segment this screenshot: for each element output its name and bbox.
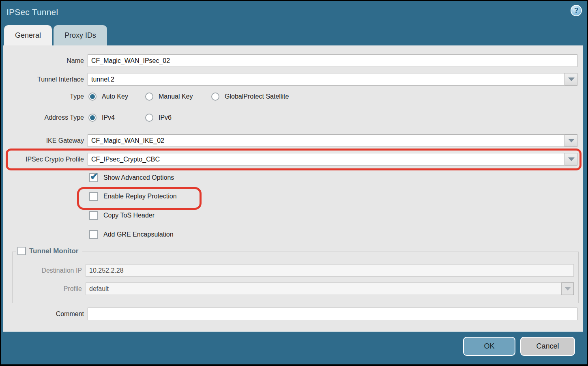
radio-manual-key-control[interactable] <box>145 93 153 101</box>
enable-replay-protection-label: Enable Replay Protection <box>103 193 177 200</box>
radio-ipv4[interactable]: IPv4 <box>88 114 145 122</box>
copy-tos-header-checkbox[interactable] <box>89 211 98 220</box>
ipsec-crypto-profile-input[interactable] <box>88 153 565 166</box>
add-gre-encapsulation-checkbox[interactable] <box>89 230 98 239</box>
checkbox-enable-replay-protection[interactable]: Enable Replay Protection <box>89 192 177 201</box>
destination-ip-label: Destination IP <box>13 264 82 277</box>
name-input[interactable] <box>88 54 577 67</box>
type-label: Type <box>3 92 84 101</box>
ike-gateway-combo <box>88 134 577 147</box>
checkbox-copy-tos-header[interactable]: Copy ToS Header <box>89 211 155 220</box>
tunnel-monitor-checkbox[interactable] <box>17 247 26 255</box>
comment-label: Comment <box>3 308 84 320</box>
dialog-footer: OK Cancel <box>1 332 587 364</box>
ike-gateway-label: IKE Gateway <box>3 134 84 147</box>
tunnel-interface-label: Tunnel Interface <box>3 73 84 86</box>
tab-proxy-ids-label: Proxy IDs <box>64 31 96 40</box>
comment-input[interactable] <box>88 308 577 320</box>
radio-ipv4-control[interactable] <box>88 114 97 122</box>
address-type-radio-group: IPv4 IPv6 <box>88 113 172 123</box>
chevron-down-icon <box>564 287 571 291</box>
dialog-title: IPSec Tunnel <box>6 7 58 17</box>
type-radio-group: Auto Key Manual Key GlobalProtect Satell… <box>88 92 289 101</box>
radio-ipv6[interactable]: IPv6 <box>145 114 172 122</box>
checkbox-add-gre-encapsulation[interactable]: Add GRE Encapsulation <box>89 230 174 239</box>
general-tab-panel: Name Tunnel Interface Type Auto Key Manu… <box>3 45 583 332</box>
radio-manual-key-label: Manual Key <box>159 93 193 100</box>
chevron-down-icon <box>568 157 575 161</box>
tunnel-monitor-label: Tunnel Monitor <box>29 247 79 255</box>
ipsec-crypto-profile-label: IPSec Crypto Profile <box>3 153 84 166</box>
radio-ipv4-label: IPv4 <box>102 114 115 121</box>
tunnel-interface-combo <box>88 73 577 86</box>
radio-manual-key[interactable]: Manual Key <box>145 93 211 101</box>
radio-globalprotect-satellite-label: GlobalProtect Satellite <box>225 93 289 100</box>
copy-tos-header-label: Copy ToS Header <box>103 212 155 219</box>
radio-globalprotect-satellite-control[interactable] <box>211 93 219 101</box>
cancel-button[interactable]: Cancel <box>520 337 575 356</box>
add-gre-encapsulation-label: Add GRE Encapsulation <box>103 231 174 238</box>
radio-ipv6-label: IPv6 <box>159 114 172 121</box>
ipsec-tunnel-dialog: IPSec Tunnel ? General Proxy IDs Name Tu… <box>1 1 587 364</box>
profile-dropdown-button[interactable] <box>561 282 574 295</box>
tab-bar: General Proxy IDs <box>4 25 107 45</box>
tab-general[interactable]: General <box>4 25 52 45</box>
show-advanced-options-label: Show Advanced Options <box>103 174 174 181</box>
show-advanced-options-checkbox[interactable] <box>89 173 98 182</box>
profile-combo <box>86 282 574 295</box>
destination-ip-input[interactable] <box>86 264 574 277</box>
radio-auto-key-label: Auto Key <box>102 93 128 100</box>
radio-ipv6-control[interactable] <box>145 114 153 122</box>
profile-input[interactable] <box>86 282 561 295</box>
profile-label: Profile <box>13 282 82 295</box>
tab-proxy-ids[interactable]: Proxy IDs <box>54 25 107 45</box>
title-bar: IPSec Tunnel ? <box>1 1 587 25</box>
enable-replay-protection-checkbox[interactable] <box>89 192 98 201</box>
tunnel-interface-input[interactable] <box>88 73 565 86</box>
radio-auto-key[interactable]: Auto Key <box>88 93 145 101</box>
address-type-label: Address Type <box>3 113 84 123</box>
chevron-down-icon <box>568 78 575 81</box>
name-label: Name <box>3 54 84 67</box>
ipsec-crypto-profile-dropdown-button[interactable] <box>565 153 577 166</box>
help-icon[interactable]: ? <box>571 5 582 16</box>
ike-gateway-input[interactable] <box>88 134 565 147</box>
tunnel-interface-dropdown-button[interactable] <box>565 73 577 86</box>
ike-gateway-dropdown-button[interactable] <box>565 134 577 147</box>
ipsec-crypto-profile-combo <box>88 153 577 166</box>
radio-globalprotect-satellite[interactable]: GlobalProtect Satellite <box>211 93 289 101</box>
chevron-down-icon <box>568 139 575 142</box>
radio-auto-key-control[interactable] <box>88 93 97 101</box>
tunnel-monitor-legend: Tunnel Monitor <box>16 247 82 255</box>
tab-general-label: General <box>15 31 41 40</box>
checkbox-show-advanced-options[interactable]: Show Advanced Options <box>89 173 174 182</box>
tunnel-monitor-fieldset: Tunnel Monitor Destination IP Profile <box>12 252 579 303</box>
ok-button[interactable]: OK <box>463 337 515 356</box>
